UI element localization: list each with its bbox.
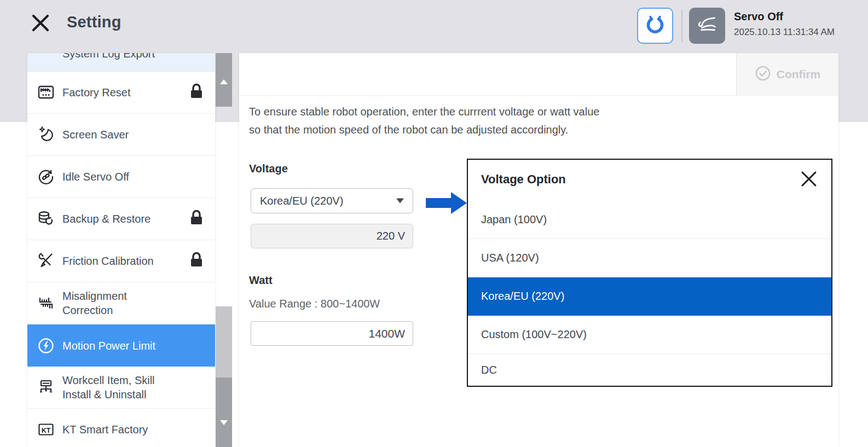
- motion-power-limit-panel: Confirm To ensure stable robot operation…: [239, 53, 838, 447]
- description-line-2: so that the motion speed of the robot ca…: [249, 124, 568, 136]
- settings-sidebar: System Log Export Factory Reset: [27, 53, 215, 447]
- voltage-option-korea-eu[interactable]: Korea/EU (220V): [468, 277, 831, 316]
- close-setting-button[interactable]: [28, 11, 53, 36]
- voltage-option-usa[interactable]: USA (120V): [468, 239, 831, 277]
- scroll-up-button[interactable]: [216, 53, 232, 107]
- servo-status-label: Servo Off: [734, 10, 835, 23]
- page-title: Setting: [67, 13, 121, 31]
- kt-box-icon: KT: [36, 419, 56, 440]
- workcell-tree-icon: [36, 377, 56, 398]
- scrollbar-thumb[interactable]: [216, 306, 232, 378]
- robot-status-button[interactable]: [637, 8, 673, 44]
- voltage-value-field: [251, 224, 413, 248]
- sidebar-item-label: Backup & Restore: [62, 212, 175, 226]
- confirm-check-icon: [755, 65, 771, 84]
- servo-link-icon: [36, 166, 56, 187]
- database-restore-icon: [36, 208, 56, 229]
- sidebar-item-label: Misalignment Correction: [62, 289, 175, 317]
- voltage-option-japan[interactable]: Japan (100V): [468, 201, 831, 239]
- sidebar-scrollbar: [216, 53, 232, 447]
- sidebar-item-kt-smart-factory[interactable]: KT KT Smart Factory: [27, 409, 215, 447]
- scroll-down-icon: [220, 420, 228, 425]
- sidebar-item-friction-calibration[interactable]: Friction Calibration: [27, 240, 215, 282]
- sidebar-item-label: Friction Calibration: [62, 254, 175, 268]
- popup-close-button[interactable]: [797, 168, 820, 191]
- sidebar-item-workcell-skill[interactable]: Workcell Item, Skill Install & Uninstall: [27, 367, 215, 409]
- setting-screen: Setting Servo Off 2025.10.13 11:31:34 AM…: [0, 0, 868, 447]
- chevron-down-icon: [396, 199, 404, 204]
- hand-guide-button[interactable]: [689, 8, 725, 44]
- confirm-button[interactable]: Confirm: [736, 53, 838, 96]
- sidebar-item-idle-servo-off[interactable]: Idle Servo Off: [27, 156, 215, 198]
- voltage-dropdown-value: Korea/EU (220V): [260, 195, 343, 207]
- hand-touch-icon: [695, 13, 720, 39]
- factory-icon: [36, 82, 56, 103]
- header-divider: [681, 9, 682, 42]
- watt-section-label: Watt: [249, 274, 273, 287]
- tools-icon: [36, 251, 56, 271]
- power-bolt-icon: [36, 335, 56, 356]
- lock-icon: [189, 210, 204, 228]
- voltage-option-custom[interactable]: Custom (100V~220V): [468, 316, 831, 354]
- voltage-option-dc[interactable]: DC: [468, 354, 831, 386]
- sidebar-item-label: System Log Export: [62, 53, 205, 61]
- sidebar-item-label: Workcell Item, Skill Install & Uninstall: [62, 373, 175, 402]
- sidebar-item-label: KT Smart Factory: [62, 422, 175, 437]
- robot-gripper-icon: [644, 14, 666, 38]
- voltage-option-popup: Voltage Option Japan (100V) USA (120V) K…: [467, 159, 832, 387]
- voltage-option-list: Japan (100V) USA (120V) Korea/EU (220V) …: [468, 201, 831, 386]
- panel-toolbar: Confirm: [239, 53, 838, 96]
- status-timestamp: 2025.10.13 11:31:34 AM: [734, 27, 835, 38]
- callout-arrow-icon: [426, 191, 467, 217]
- sidebar-item-screen-saver[interactable]: Screen Saver: [27, 114, 215, 156]
- confirm-label: Confirm: [777, 68, 821, 81]
- voltage-dropdown[interactable]: Korea/EU (220V): [251, 188, 413, 213]
- popup-title: Voltage Option: [481, 172, 566, 187]
- watt-range-hint: Value Range : 800~1400W: [249, 298, 380, 310]
- robot-status: Servo Off 2025.10.13 11:31:34 AM: [734, 10, 835, 38]
- sidebar-item-backup-restore[interactable]: Backup & Restore: [27, 198, 215, 240]
- scroll-up-icon: [220, 79, 228, 84]
- sidebar-item-misalignment-correction[interactable]: Misalignment Correction: [27, 282, 215, 324]
- scroll-down-button[interactable]: [216, 378, 232, 447]
- moon-star-icon: [36, 124, 56, 145]
- description-line-1: To ensure stable robot operation, enter …: [249, 106, 599, 118]
- lock-icon: [189, 83, 204, 102]
- close-icon: [800, 182, 818, 190]
- close-icon: [30, 27, 51, 36]
- sidebar-item-label: Idle Servo Off: [62, 170, 175, 184]
- ruler-align-icon: [36, 293, 56, 314]
- sidebar-item-factory-reset[interactable]: Factory Reset: [27, 72, 215, 114]
- sidebar-item-label: Motion Power Limit: [62, 339, 175, 353]
- voltage-section-label: Voltage: [249, 162, 288, 175]
- sidebar-item-motion-power-limit[interactable]: Motion Power Limit: [27, 324, 215, 367]
- sidebar-item-label: Factory Reset: [62, 85, 175, 100]
- lock-icon: [189, 252, 204, 270]
- watt-input[interactable]: [251, 321, 413, 346]
- svg-text:KT: KT: [42, 427, 51, 434]
- sidebar-item-system-log-export[interactable]: System Log Export: [27, 53, 215, 72]
- sidebar-item-label: Screen Saver: [62, 127, 175, 142]
